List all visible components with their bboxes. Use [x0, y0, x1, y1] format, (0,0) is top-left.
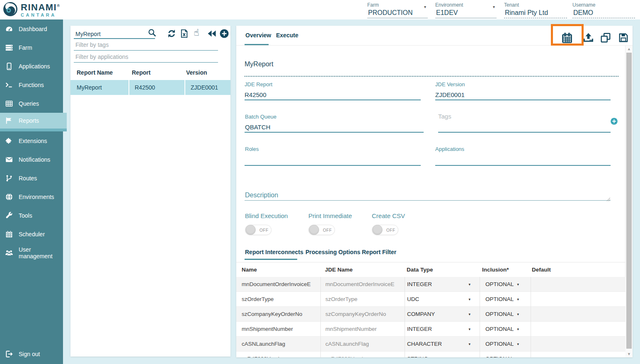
- inclusion-select[interactable]: OPTIONAL: [480, 337, 531, 352]
- resize-handle-icon[interactable]: [606, 196, 611, 200]
- default-value-field[interactable]: [531, 277, 625, 292]
- cell-version[interactable]: ZJDE0001: [184, 80, 230, 95]
- applications-underline[interactable]: [435, 165, 611, 166]
- inclusion-select[interactable]: OPTIONAL: [480, 307, 531, 322]
- sidebar-item-tools[interactable]: Tools: [0, 206, 63, 225]
- data-type-select[interactable]: INTEGER: [405, 322, 480, 337]
- data-type-select[interactable]: STRING: [405, 352, 480, 357]
- tab-report-interconnects[interactable]: Report Interconnects: [245, 249, 303, 255]
- sidebar-item-environments[interactable]: Environments: [0, 187, 63, 206]
- chevron-down-icon: [468, 322, 470, 337]
- add-tag-icon[interactable]: [610, 117, 618, 125]
- inclusion-select[interactable]: OPTIONAL: [480, 277, 531, 292]
- report-list-row-selected[interactable]: MyReport R42500 ZJDE0001: [70, 80, 230, 95]
- table-row: szOrderType szOrderType UDC OPTIONAL: [236, 292, 625, 307]
- rewind-icon[interactable]: [207, 29, 217, 39]
- sidebar-item-functions[interactable]: Functions: [0, 75, 63, 94]
- print-immediate-toggle[interactable]: OFF: [308, 225, 335, 235]
- save-icon[interactable]: [618, 32, 630, 44]
- environment-select[interactable]: Environment E1DEV: [435, 2, 497, 18]
- tab-processing-options[interactable]: Processing Options: [305, 249, 360, 255]
- vertical-scrollbar[interactable]: ▲ ▼: [625, 46, 633, 357]
- sidebar-item-notifications[interactable]: Notifications: [0, 150, 63, 169]
- tab-execute[interactable]: Execute: [276, 32, 298, 39]
- inclusion-select[interactable]: OPTIONAL: [480, 352, 531, 357]
- scrollbar-thumb[interactable]: [626, 53, 632, 349]
- calendar-icon[interactable]: [561, 32, 573, 44]
- tenant-field[interactable]: Tenant Rinami Pty Ltd: [504, 2, 567, 18]
- data-type-select[interactable]: COMPANY: [405, 307, 480, 322]
- report-search-input[interactable]: MyReport: [74, 29, 155, 39]
- farm-select[interactable]: Farm PRODUCTION: [367, 2, 428, 18]
- sidebar-item-dashboard[interactable]: Dashboard: [0, 19, 63, 38]
- cell-name: cASNLaunchFlag: [236, 337, 320, 352]
- sidebar-item-reports[interactable]: Reports: [0, 113, 67, 129]
- registered-mark: ®: [57, 3, 60, 7]
- default-value-field[interactable]: [531, 337, 625, 352]
- applications-label: Applications: [435, 146, 464, 152]
- refresh-icon[interactable]: [167, 29, 177, 39]
- environment-value[interactable]: E1DEV: [435, 8, 497, 18]
- username-value[interactable]: DEMO: [572, 8, 635, 18]
- extensions-icon: [5, 137, 13, 145]
- add-report-icon[interactable]: [219, 29, 229, 39]
- sidebar-item-queries[interactable]: Queries: [0, 94, 63, 113]
- data-type-select[interactable]: UDC: [405, 292, 480, 307]
- filter-by-tags-input[interactable]: Filter by tags: [74, 41, 218, 51]
- default-value-field[interactable]: [531, 322, 625, 337]
- filter-by-applications-input[interactable]: Filter by applications: [74, 53, 218, 63]
- sidebar-item-farm[interactable]: Farm: [0, 38, 63, 57]
- jde-report-value[interactable]: R42500: [245, 91, 267, 98]
- sidebar-item-routes[interactable]: Routes: [0, 169, 63, 187]
- tenant-value[interactable]: Rinami Pty Ltd: [504, 8, 567, 18]
- sidebar-item-user-management[interactable]: User management: [0, 243, 63, 262]
- data-type-select[interactable]: CHARACTER: [405, 337, 480, 352]
- farm-icon: [5, 44, 13, 52]
- cell-report[interactable]: R42500: [128, 80, 184, 95]
- table-row: mnDocumentOrderInvoiceE mnDocumentOrderI…: [236, 277, 625, 292]
- sidebar-item-extensions[interactable]: Extensions: [0, 131, 63, 150]
- data-type-select[interactable]: INTEGER: [405, 277, 480, 292]
- sidebar-item-applications[interactable]: Applications: [0, 57, 63, 75]
- environments-icon: [5, 193, 13, 201]
- roles-underline[interactable]: [245, 165, 421, 166]
- sidebar-item-sign-out[interactable]: Sign out: [0, 345, 63, 363]
- sidebar-item-label: User management: [19, 246, 63, 260]
- farm-value[interactable]: PRODUCTION: [367, 8, 428, 18]
- default-value-field[interactable]: [531, 307, 625, 322]
- toggle-knob: [309, 225, 319, 235]
- copy-icon[interactable]: [600, 32, 612, 44]
- sidebar: Dashboard Farm Applications Functions Qu…: [0, 19, 63, 364]
- report-name-field[interactable]: MyReport: [245, 61, 273, 68]
- inclusion-select[interactable]: OPTIONAL: [480, 292, 531, 307]
- create-csv-toggle[interactable]: OFF: [372, 225, 398, 235]
- hand-pointer-icon[interactable]: ☝: [192, 28, 201, 38]
- inclusion-select[interactable]: OPTIONAL: [480, 322, 531, 337]
- default-value-field[interactable]: [531, 292, 625, 307]
- column-jde-name: JDE Name: [320, 267, 405, 273]
- interconnects-header: Name JDE Name Data Type Inclusion* Defau…: [236, 262, 625, 277]
- tags-input[interactable]: Tags: [438, 113, 451, 120]
- batch-queue-value[interactable]: QBATCH: [245, 124, 270, 131]
- cell-name: szCompanyKeyOrderNo: [236, 307, 320, 322]
- blind-execution-toggle[interactable]: OFF: [245, 225, 272, 235]
- tenant-label: Tenant: [504, 2, 567, 8]
- sidebar-item-scheduler[interactable]: Scheduler: [0, 225, 63, 243]
- cell-report-name[interactable]: MyReport: [70, 80, 128, 95]
- jde-version-value[interactable]: ZJDE0001: [435, 91, 465, 98]
- scroll-down-icon[interactable]: ▼: [625, 352, 633, 356]
- tab-report-filter[interactable]: Report Filter: [362, 249, 396, 255]
- chevron-down-icon: [493, 5, 495, 9]
- description-textarea[interactable]: [245, 200, 611, 201]
- upload-icon[interactable]: [583, 32, 594, 44]
- tab-overview[interactable]: Overview: [245, 32, 271, 39]
- column-data-type: Data Type: [405, 267, 480, 273]
- username-field[interactable]: Username DEMO: [572, 2, 635, 18]
- scroll-up-icon[interactable]: ▲: [625, 47, 633, 51]
- search-icon[interactable]: [148, 28, 157, 39]
- column-report: Report: [128, 69, 184, 76]
- column-version: Version: [184, 69, 230, 76]
- excel-export-icon[interactable]: [179, 29, 189, 39]
- brand-primary: RINAMI®: [21, 3, 60, 12]
- default-value-field[interactable]: [531, 352, 625, 357]
